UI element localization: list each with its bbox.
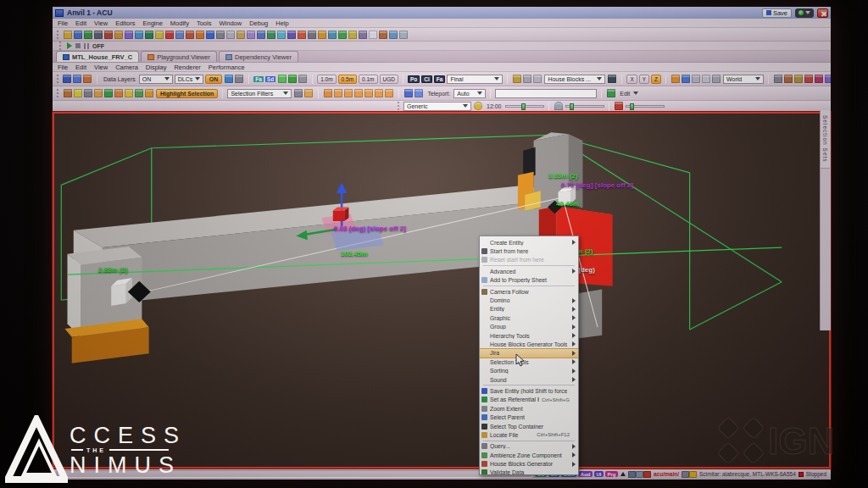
box-icon[interactable] (399, 30, 408, 39)
context-menu-item-group[interactable]: Group (480, 323, 578, 331)
shield-gold-icon[interactable] (513, 75, 521, 83)
bulb-icon[interactable] (74, 89, 82, 97)
context-menu-item-create-entity[interactable]: Create Entity (480, 238, 578, 247)
sky-slider[interactable] (565, 105, 604, 108)
package-icon[interactable] (235, 75, 243, 83)
context-menu-item-zoom-extent[interactable]: Zoom Extent (480, 404, 578, 413)
menu-display[interactable]: Display (146, 64, 167, 71)
menu-window[interactable]: Window (219, 19, 242, 27)
highlight-selection-button[interactable]: Highlight Selection (156, 89, 218, 98)
paste-icon[interactable] (125, 30, 133, 39)
context-menu-item-query[interactable]: Query... (480, 442, 578, 451)
doc-icon[interactable] (369, 30, 377, 39)
circle-green-icon[interactable] (104, 89, 113, 97)
select-box-icon[interactable] (94, 89, 103, 97)
context-menu-item-entity[interactable]: Entity (480, 305, 578, 313)
play-icon[interactable] (338, 30, 347, 39)
save-icon[interactable] (63, 75, 71, 83)
expand-icon[interactable] (620, 472, 626, 476)
context-menu-item-advanced[interactable]: Advanced (480, 267, 578, 275)
usb-icon[interactable] (682, 471, 689, 478)
scale-tool-icon[interactable] (64, 89, 72, 97)
toolbar-handle[interactable] (57, 30, 59, 39)
circle-orange-icon[interactable] (114, 89, 123, 97)
menu-view[interactable]: View (94, 19, 108, 27)
status-badge-aud[interactable]: Aud (578, 471, 593, 477)
person-blue2-icon[interactable] (415, 89, 423, 97)
grid-gray-icon[interactable] (298, 75, 307, 83)
snap1-icon[interactable] (692, 75, 700, 83)
grid-green-icon[interactable] (278, 75, 287, 83)
scissors-icon[interactable] (226, 30, 235, 39)
mini-badge-fa[interactable]: Fa (253, 76, 264, 82)
paint-icon[interactable] (186, 30, 194, 39)
cam4-icon[interactable] (364, 89, 373, 97)
context-menu-item-selection-tools[interactable]: Selection Tools (480, 358, 578, 366)
cam5-icon[interactable] (375, 89, 383, 97)
tbtn-x[interactable]: X (626, 75, 637, 84)
snap2-icon[interactable] (702, 75, 710, 83)
tbtn-1.0m[interactable]: 1.0m (317, 75, 336, 84)
stats-icon[interactable] (287, 30, 296, 39)
dlc-on-toggle[interactable]: ON (205, 75, 223, 84)
menu-camera[interactable]: Camera (115, 64, 138, 71)
pause-icon[interactable] (84, 43, 89, 49)
mini-badge-sd[interactable]: Sd (265, 76, 275, 82)
globe-icon[interactable] (84, 30, 92, 39)
gear-icon[interactable] (308, 30, 316, 39)
context-menu-item-domino[interactable]: Domino (480, 296, 578, 304)
dlcs-dropdown[interactable]: DLCs (175, 75, 203, 84)
status-pill[interactable] (795, 8, 814, 18)
cam3-icon[interactable] (354, 89, 363, 97)
tbtn-ugd[interactable]: UGD (380, 75, 398, 84)
toolbar-handle[interactable] (57, 75, 58, 83)
menu-performance[interactable]: Performance (209, 64, 245, 71)
close-button[interactable] (817, 8, 828, 18)
tbtn-0.5m[interactable]: 0.5m (338, 75, 357, 84)
context-menu-item-graphic[interactable]: Graphic (480, 313, 578, 322)
snap3-icon[interactable] (712, 75, 721, 83)
cam1-icon[interactable] (334, 89, 342, 97)
menu-modify[interactable]: Modify (170, 19, 189, 27)
copy-icon[interactable] (114, 30, 123, 39)
save-all-icon[interactable] (73, 75, 81, 83)
menu-debug[interactable]: Debug (249, 19, 268, 27)
context-menu-item-ambience-zone-component[interactable]: Ambience Zone Component (480, 451, 578, 459)
search-input[interactable] (495, 89, 597, 98)
save-button[interactable]: Save (762, 8, 792, 18)
menu-view[interactable]: View (94, 64, 108, 71)
house-cam-icon[interactable] (324, 89, 332, 97)
layer-badge-po[interactable]: Po (408, 75, 420, 83)
lightning-icon[interactable] (689, 471, 697, 478)
lock-icon[interactable] (304, 89, 313, 97)
cam2-icon[interactable] (344, 89, 353, 97)
render-quality-dropdown[interactable]: Final (447, 75, 503, 84)
context-menu-item-house-blocks-generator-tools[interactable]: House Blocks Generator Tools (480, 340, 578, 348)
context-menu-item-sound[interactable]: Sound (480, 375, 578, 384)
toolbar-handle[interactable] (398, 102, 400, 110)
house-blocks-dropdown[interactable]: House Blocks ... (544, 75, 605, 84)
stack-icon[interactable] (608, 75, 616, 83)
zoom-icon[interactable] (774, 75, 782, 83)
move-orange-icon[interactable] (671, 75, 680, 83)
info-icon[interactable] (206, 30, 214, 39)
cam-red-icon[interactable] (804, 75, 813, 83)
orbit-icon[interactable] (784, 75, 793, 83)
selection-filters-dropdown[interactable]: Selection Filters (227, 89, 292, 98)
cam6-icon[interactable] (385, 89, 393, 97)
tab-playground-viewer[interactable]: Playground Viewer (141, 51, 217, 62)
time-slider[interactable] (505, 105, 544, 108)
note-orange-icon[interactable] (145, 89, 153, 97)
circle-yellow-icon[interactable] (125, 89, 133, 97)
rotate-icon[interactable] (682, 75, 690, 83)
speaker-icon[interactable] (359, 30, 367, 39)
chart-icon[interactable] (267, 30, 275, 39)
chevron-down-icon[interactable] (633, 92, 638, 95)
cursor-tool-icon[interactable] (84, 89, 92, 97)
menu-edit[interactable]: Edit (75, 19, 86, 27)
menu-editors[interactable]: Editors (115, 19, 135, 27)
menu-tools[interactable]: Tools (197, 19, 212, 27)
pointer-icon[interactable] (294, 89, 303, 97)
context-menu-item-start-from-here[interactable]: Start from here (480, 247, 578, 255)
tbtn-y[interactable]: Y (639, 75, 649, 84)
